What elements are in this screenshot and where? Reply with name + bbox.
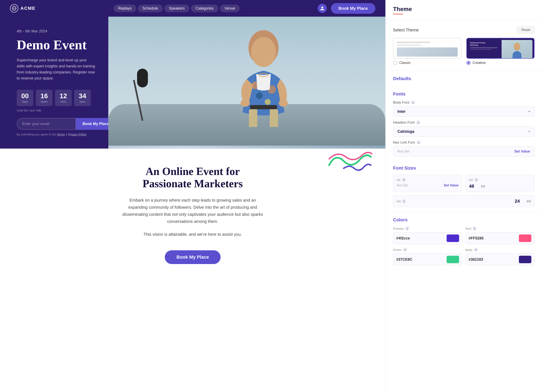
- primary-label-row: Primary i: [393, 226, 462, 231]
- countdown-days-label: days: [21, 100, 29, 103]
- h2-size-label: H2 i: [469, 178, 531, 182]
- headers-font-select[interactable]: Calistoga: [393, 126, 535, 137]
- hero-title: Demo Event: [17, 38, 96, 52]
- classic-radio[interactable]: [393, 61, 397, 65]
- green-info-icon[interactable]: i: [403, 248, 407, 252]
- headers-font-label-row: Headers Font i: [393, 121, 535, 125]
- body-label-row: Body i: [466, 248, 535, 252]
- body-font-select[interactable]: Inter: [393, 106, 535, 117]
- avatar[interactable]: [318, 4, 327, 13]
- creative-radio[interactable]: [466, 61, 471, 65]
- body-info-icon[interactable]: i: [474, 248, 478, 252]
- countdown-secs: 34 secs: [74, 90, 91, 106]
- body-color-value-box[interactable]: #362183: [466, 254, 535, 265]
- red-info-icon[interactable]: i: [472, 226, 477, 231]
- nav-book-button[interactable]: Book My Place: [331, 3, 375, 14]
- svg-point-4: [251, 37, 276, 67]
- countdown-hours-label: hours: [40, 100, 48, 103]
- body-color-item: Body i #362183: [466, 248, 535, 265]
- svg-point-11: [241, 99, 250, 107]
- font-sizes-section: Font Sizes H1 i Not Set Set Value H2 i: [385, 165, 542, 212]
- h2-size-input[interactable]: [469, 184, 480, 189]
- h2-input-row: PX: [469, 184, 531, 189]
- red-label-row: Red i: [466, 226, 535, 231]
- hero-legal-text: By submitting you agree to the: [17, 133, 57, 136]
- email-input[interactable]: [17, 118, 76, 130]
- terms-link[interactable]: Terms: [57, 133, 65, 136]
- nav-venue[interactable]: Venue: [220, 5, 240, 12]
- countdown-mins-value: 12: [59, 93, 67, 99]
- h1-value-row: Not Set Set Value: [397, 184, 459, 187]
- hero-legal: By submitting you agree to the Terms & P…: [17, 133, 96, 136]
- h1-not-set: Not Set: [397, 184, 408, 187]
- green-label-row: Green i: [393, 248, 462, 252]
- nav-speakers[interactable]: Speakers: [164, 5, 189, 12]
- primary-color-item: Primary i #4f2cce: [393, 226, 462, 244]
- h2-info-icon[interactable]: i: [474, 178, 478, 182]
- nav-schedule[interactable]: Schedule: [138, 5, 163, 12]
- colors-title: Colors: [393, 217, 535, 223]
- svg-point-12: [279, 99, 288, 107]
- h3-size-item: H3 i PX: [393, 195, 535, 207]
- nav-link-not-set: Not Set: [397, 149, 409, 154]
- nav-replays[interactable]: Replays: [114, 5, 136, 12]
- hero-content: 4th - 6th Mar 2024 Demo Event Supercharg…: [0, 17, 108, 148]
- hero-section: 4th - 6th Mar 2024 Demo Event Supercharg…: [0, 17, 385, 148]
- body-font-row: Body Font i Inter: [393, 101, 535, 117]
- nav-link-font-info-icon[interactable]: i: [417, 140, 421, 145]
- h1-info-icon[interactable]: i: [402, 178, 406, 182]
- countdown-secs-label: secs: [78, 100, 87, 103]
- nav-links: Replays Schedule Speakers Categories Ven…: [114, 5, 240, 12]
- countdown-hours: 16 hours: [36, 90, 53, 106]
- body-font-info-icon[interactable]: i: [411, 101, 415, 105]
- color-grid: Primary i #4f2cce Red i #FF5280: [393, 226, 535, 265]
- logo-icon: [10, 4, 18, 12]
- h1-size-item: H1 i Not Set Set Value: [393, 175, 462, 192]
- red-color-value-box[interactable]: #FF5280: [466, 232, 535, 244]
- logo-text: ACME: [20, 6, 36, 11]
- fonts-section: Fonts Body Font i Inter Headers Font i C…: [385, 91, 542, 165]
- svg-point-8: [265, 99, 271, 105]
- countdown-days: 00 days: [17, 90, 33, 106]
- h1-size-label: H1 i: [397, 178, 459, 182]
- h1-set-value[interactable]: Set Value: [444, 184, 458, 187]
- primary-info-icon[interactable]: i: [405, 226, 409, 231]
- primary-color-value-box[interactable]: #4f2cce: [393, 232, 462, 244]
- h2-size-item: H2 i PX: [466, 175, 535, 192]
- nav-categories[interactable]: Categories: [191, 5, 218, 12]
- headers-font-info-icon[interactable]: i: [416, 121, 420, 125]
- section-desc-1: Embark on a journey where each step lead…: [120, 197, 266, 225]
- privacy-link[interactable]: Privacy Policy: [68, 133, 87, 136]
- green-hex: #37CE8C: [396, 257, 412, 262]
- theme-title-underline: [393, 14, 403, 14]
- h3-size-input[interactable]: [515, 198, 525, 204]
- event-page: ACME Replays Schedule Speakers Categorie…: [0, 0, 385, 392]
- headers-font-row: Headers Font i Calistoga: [393, 121, 535, 137]
- primary-hex: #4f2cce: [396, 236, 410, 241]
- section-book-button[interactable]: Book My Place: [165, 250, 220, 264]
- defaults-section: Defaults: [385, 71, 542, 91]
- h3-info-icon[interactable]: i: [402, 199, 406, 203]
- green-color-value-box[interactable]: #37CE8C: [393, 254, 462, 265]
- green-color-item: Green i #37CE8C: [393, 248, 462, 265]
- countdown-hours-value: 16: [40, 93, 48, 99]
- logo: ACME: [10, 4, 36, 12]
- fonts-title: Fonts: [393, 91, 535, 97]
- body-font-label: Body Font i: [393, 101, 415, 105]
- nav-link-set-value[interactable]: Set Value: [514, 149, 530, 154]
- section-online-event: An Online Event forPassionate Marketers …: [0, 148, 385, 281]
- green-swatch: [447, 256, 459, 263]
- colors-section: Colors Primary i #4f2cce Red i: [385, 212, 542, 270]
- reset-button[interactable]: Reset: [517, 26, 535, 34]
- theme-option-classic[interactable]: Classic: [393, 38, 461, 65]
- squiggle-decoration: [327, 148, 373, 171]
- countdown: 00 days 16 hours 12 mins 34 secs: [17, 90, 96, 106]
- red-hex: #FF5280: [469, 236, 484, 241]
- nav-link-font-row: Nav Link Font i Not Set Set Value: [393, 140, 535, 157]
- nav-right: Book My Place: [318, 3, 375, 14]
- hero-description: Supercharge your brand and level up your…: [17, 57, 96, 81]
- body-font-label-row: Body Font i: [393, 101, 535, 105]
- theme-panel: Theme Select Theme Reset: [385, 0, 542, 392]
- theme-option-creative[interactable]: HeySummit CreatorBootcamp: [466, 38, 535, 65]
- nav-link-font-label: Nav Link Font i: [393, 140, 421, 145]
